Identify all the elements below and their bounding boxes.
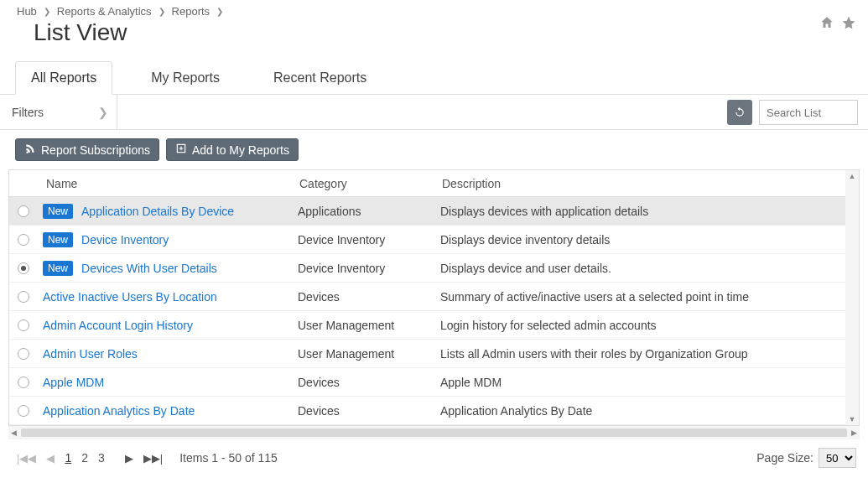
breadcrumb-item[interactable]: Reports & Analytics bbox=[57, 5, 152, 18]
pager-items-label: Items 1 - 50 of 115 bbox=[179, 451, 278, 465]
rss-icon bbox=[24, 143, 36, 157]
pager-prev-icon: ◀ bbox=[46, 452, 55, 465]
category-cell: Applications bbox=[298, 205, 440, 218]
page-title: List View bbox=[34, 19, 223, 46]
search-input[interactable] bbox=[759, 100, 858, 125]
new-badge: New bbox=[43, 204, 73, 219]
table-row[interactable]: Admin Account Login HistoryUser Manageme… bbox=[9, 311, 859, 340]
breadcrumb-item[interactable]: Reports bbox=[172, 5, 211, 18]
pager-last-icon[interactable]: ▶▶| bbox=[143, 452, 163, 465]
category-cell: User Management bbox=[298, 347, 440, 361]
breadcrumb-item[interactable]: Hub bbox=[17, 5, 37, 18]
row-radio[interactable] bbox=[18, 377, 29, 388]
table-row[interactable]: Apple MDMDevicesApple MDM bbox=[9, 368, 859, 397]
chevron-right-icon: ❯ bbox=[159, 7, 165, 16]
report-link[interactable]: Admin User Roles bbox=[43, 347, 138, 361]
grid-header: Name Category Description bbox=[9, 170, 859, 197]
table-row[interactable]: Admin User RolesUser ManagementLists all… bbox=[9, 340, 859, 368]
vertical-scrollbar[interactable]: ▲ ▼ bbox=[845, 170, 859, 425]
table-row[interactable]: NewApplication Details By DeviceApplicat… bbox=[9, 197, 859, 226]
scroll-right-icon[interactable]: ▶ bbox=[849, 428, 860, 437]
filters-toggle[interactable]: Filters ❯ bbox=[0, 95, 117, 129]
row-radio[interactable] bbox=[18, 291, 29, 303]
category-cell: Devices bbox=[298, 290, 440, 304]
category-cell: Devices bbox=[298, 376, 440, 389]
table-row[interactable]: Application Analytics By DateDevicesAppl… bbox=[9, 397, 859, 425]
row-radio[interactable] bbox=[18, 205, 29, 217]
row-radio[interactable] bbox=[18, 319, 29, 331]
chevron-right-icon: ❯ bbox=[44, 7, 50, 16]
report-link[interactable]: Admin Account Login History bbox=[43, 319, 193, 332]
row-radio[interactable] bbox=[18, 234, 29, 246]
horizontal-scrollbar[interactable]: ◀ ▶ bbox=[8, 426, 860, 439]
report-link[interactable]: Devices With User Details bbox=[81, 262, 217, 275]
tab-my-reports[interactable]: My Reports bbox=[136, 62, 235, 94]
star-icon[interactable] bbox=[841, 15, 856, 34]
page-size-select[interactable]: 50 bbox=[819, 448, 856, 468]
description-cell: Displays device inventory details bbox=[440, 233, 859, 247]
tabs: All ReportsMy ReportsRecent Reports bbox=[0, 55, 868, 95]
description-cell: Application Analytics By Date bbox=[440, 404, 859, 418]
pager-page[interactable]: 2 bbox=[81, 451, 88, 465]
chevron-right-icon: ❯ bbox=[98, 106, 108, 119]
table-row[interactable]: NewDevice InventoryDevice InventoryDispl… bbox=[9, 226, 859, 254]
row-radio[interactable] bbox=[18, 348, 29, 360]
description-cell: Displays device and user details. bbox=[440, 262, 859, 275]
pager-next-icon[interactable]: ▶ bbox=[125, 452, 133, 465]
category-cell: User Management bbox=[298, 319, 440, 332]
description-cell: Apple MDM bbox=[440, 376, 859, 389]
scroll-up-icon[interactable]: ▲ bbox=[849, 170, 856, 182]
report-link[interactable]: Application Details By Device bbox=[81, 205, 234, 218]
scroll-track[interactable] bbox=[21, 428, 847, 437]
tab-all-reports[interactable]: All Reports bbox=[15, 61, 112, 95]
description-cell: Lists all Admin users with their roles b… bbox=[440, 347, 859, 361]
row-radio[interactable] bbox=[18, 262, 29, 274]
col-name[interactable]: Name bbox=[38, 177, 298, 190]
report-subscriptions-label: Report Subscriptions bbox=[41, 143, 150, 157]
pager-page[interactable]: 1 bbox=[65, 451, 71, 465]
description-cell: Summary of active/inactive users at a se… bbox=[440, 290, 859, 304]
filters-label: Filters bbox=[12, 106, 44, 119]
tab-recent-reports[interactable]: Recent Reports bbox=[258, 62, 382, 94]
category-cell: Devices bbox=[298, 404, 440, 418]
table-row[interactable]: Active Inactive Users By LocationDevices… bbox=[9, 283, 859, 311]
col-description[interactable]: Description bbox=[440, 177, 859, 190]
category-cell: Device Inventory bbox=[298, 233, 440, 247]
report-link[interactable]: Application Analytics By Date bbox=[43, 404, 195, 418]
add-to-my-reports-label: Add to My Reports bbox=[192, 143, 289, 157]
description-cell: Login history for selected admin account… bbox=[440, 319, 859, 332]
plus-box-icon bbox=[175, 143, 187, 157]
page-size-label: Page Size: bbox=[756, 451, 813, 465]
pager-first-icon: |◀◀ bbox=[17, 452, 36, 465]
reports-grid: Name Category Description NewApplication… bbox=[8, 169, 860, 426]
chevron-right-icon: ❯ bbox=[216, 7, 223, 16]
pager: |◀◀ ◀ 123 ▶ ▶▶| Items 1 - 50 of 115 bbox=[17, 451, 278, 465]
report-link[interactable]: Apple MDM bbox=[43, 376, 104, 389]
row-radio[interactable] bbox=[18, 405, 29, 417]
description-cell: Displays devices with application detail… bbox=[440, 205, 859, 218]
category-cell: Device Inventory bbox=[298, 262, 440, 275]
report-subscriptions-button[interactable]: Report Subscriptions bbox=[15, 138, 159, 161]
table-row[interactable]: NewDevices With User DetailsDevice Inven… bbox=[9, 254, 859, 283]
report-link[interactable]: Device Inventory bbox=[81, 233, 169, 247]
new-badge: New bbox=[43, 232, 73, 247]
new-badge: New bbox=[43, 261, 73, 276]
refresh-button[interactable] bbox=[727, 100, 752, 125]
home-icon[interactable] bbox=[819, 15, 834, 34]
col-category[interactable]: Category bbox=[298, 177, 440, 190]
scroll-left-icon[interactable]: ◀ bbox=[8, 428, 19, 437]
report-link[interactable]: Active Inactive Users By Location bbox=[43, 290, 217, 304]
add-to-my-reports-button[interactable]: Add to My Reports bbox=[166, 138, 299, 161]
scroll-down-icon[interactable]: ▼ bbox=[849, 413, 856, 425]
breadcrumb: Hub❯Reports & Analytics❯Reports❯ bbox=[17, 5, 223, 18]
pager-page[interactable]: 3 bbox=[98, 451, 105, 465]
